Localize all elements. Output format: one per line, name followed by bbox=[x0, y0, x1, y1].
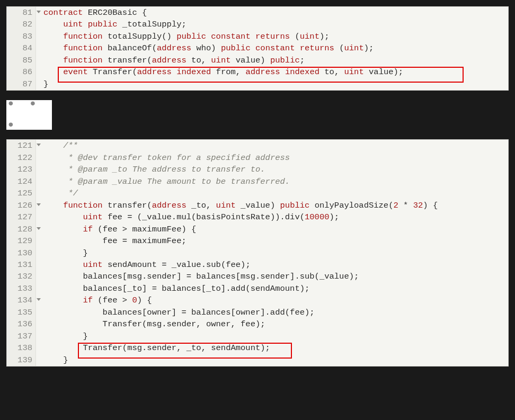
line-number: 138 bbox=[7, 342, 36, 354]
code-line: 133 balances[_to] = balances[_to].add(se… bbox=[7, 283, 508, 294]
line-number: 131 bbox=[7, 259, 36, 271]
code-line: 84 function balanceOf(address who) publi… bbox=[7, 42, 508, 54]
code-content: balances[msg.sender] = balances[msg.send… bbox=[36, 271, 508, 282]
line-number: 135 bbox=[7, 307, 36, 318]
code-line: 126 function transfer(address _to, uint … bbox=[7, 200, 508, 211]
code-content: */ bbox=[36, 187, 508, 199]
code-line: 139 } bbox=[7, 354, 508, 366]
code-content: * @param _to The address to transfer to. bbox=[36, 164, 508, 175]
line-number: 136 bbox=[7, 318, 36, 330]
code-line: 132 balances[msg.sender] = balances[msg.… bbox=[7, 271, 508, 282]
line-number: 139 bbox=[7, 354, 36, 366]
line-number: 123 bbox=[7, 164, 36, 175]
code-line: 82 uint public _totalSupply; bbox=[7, 19, 508, 30]
code-line: 130 } bbox=[7, 247, 508, 259]
line-number: 83 bbox=[7, 31, 36, 42]
line-number: 87 bbox=[7, 78, 36, 90]
code-content: } bbox=[36, 354, 508, 366]
ellipsis-separator: • • • bbox=[6, 100, 52, 130]
code-line: 83 function totalSupply() public constan… bbox=[7, 31, 508, 42]
code-content: Transfer(msg.sender, owner, fee); bbox=[36, 318, 508, 330]
code-line: 135 balances[owner] = balances[owner].ad… bbox=[7, 307, 508, 318]
code-line: 136 Transfer(msg.sender, owner, fee); bbox=[7, 318, 508, 330]
code-content: event Transfer(address indexed from, add… bbox=[36, 66, 508, 78]
line-number: 130 bbox=[7, 247, 36, 259]
code-content: } bbox=[36, 330, 508, 342]
code-content: balances[_to] = balances[_to].add(sendAm… bbox=[36, 283, 508, 294]
line-number: 137 bbox=[7, 330, 36, 342]
code-content: fee = maximumFee; bbox=[36, 235, 508, 247]
line-number: 122 bbox=[7, 152, 36, 164]
code-line: 123 * @param _to The address to transfer… bbox=[7, 164, 508, 175]
line-number: 134 bbox=[7, 294, 36, 306]
code-block-2: 121 /**122 * @dev transfer token for a s… bbox=[6, 139, 509, 367]
code-content: * @dev transfer token for a specified ad… bbox=[36, 152, 508, 164]
code-content: contract ERC20Basic { bbox=[36, 7, 508, 19]
line-number: 124 bbox=[7, 176, 36, 187]
code-content: if (fee > maximumFee) { bbox=[36, 224, 508, 235]
line-number: 125 bbox=[7, 187, 36, 199]
line-number: 128 bbox=[7, 224, 36, 235]
code-line: 127 uint fee = (_value.mul(basisPointsRa… bbox=[7, 211, 508, 223]
code-content: function transfer(address to, uint value… bbox=[36, 55, 508, 66]
line-number: 133 bbox=[7, 283, 36, 294]
code-content: uint fee = (_value.mul(basisPointsRate))… bbox=[36, 211, 508, 223]
code-content: function transfer(address _to, uint _val… bbox=[36, 200, 508, 211]
code-line: 121 /** bbox=[7, 140, 508, 151]
line-number: 81 bbox=[7, 7, 36, 19]
line-number: 85 bbox=[7, 55, 36, 66]
code-content: } bbox=[36, 78, 508, 90]
code-content: uint public _totalSupply; bbox=[36, 19, 508, 30]
code-content: Transfer(msg.sender, _to, sendAmount); bbox=[36, 342, 508, 354]
code-content: if (fee > 0) { bbox=[36, 294, 508, 306]
line-number: 132 bbox=[7, 271, 36, 282]
line-number: 127 bbox=[7, 211, 36, 223]
line-number: 84 bbox=[7, 42, 36, 54]
code-line: 87} bbox=[7, 78, 508, 90]
code-content: * @param _value The amount to be transfe… bbox=[36, 176, 508, 187]
code-line: 129 fee = maximumFee; bbox=[7, 235, 508, 247]
code-line: 81contract ERC20Basic { bbox=[7, 7, 508, 19]
code-content: function totalSupply() public constant r… bbox=[36, 31, 508, 42]
line-number: 129 bbox=[7, 235, 36, 247]
line-number: 126 bbox=[7, 200, 36, 211]
line-number: 121 bbox=[7, 140, 36, 151]
code-line: 131 uint sendAmount = _value.sub(fee); bbox=[7, 259, 508, 271]
code-line: 125 */ bbox=[7, 187, 508, 199]
code-line: 122 * @dev transfer token for a specifie… bbox=[7, 152, 508, 164]
code-line: 85 function transfer(address to, uint va… bbox=[7, 55, 508, 66]
code-content: } bbox=[36, 247, 508, 259]
code-line: 137 } bbox=[7, 330, 508, 342]
code-content: /** bbox=[36, 140, 508, 151]
code-line: 124 * @param _value The amount to be tra… bbox=[7, 176, 508, 187]
code-content: uint sendAmount = _value.sub(fee); bbox=[36, 259, 508, 271]
code-content: function balanceOf(address who) public c… bbox=[36, 42, 508, 54]
code-line: 138 Transfer(msg.sender, _to, sendAmount… bbox=[7, 342, 508, 354]
code-content: balances[owner] = balances[owner].add(fe… bbox=[36, 307, 508, 318]
code-line: 86 event Transfer(address indexed from, … bbox=[7, 66, 508, 78]
code-block-1: 81contract ERC20Basic {82 uint public _t… bbox=[6, 6, 509, 91]
code-line: 128 if (fee > maximumFee) { bbox=[7, 224, 508, 235]
line-number: 86 bbox=[7, 66, 36, 78]
code-line: 134 if (fee > 0) { bbox=[7, 294, 508, 306]
line-number: 82 bbox=[7, 19, 36, 30]
